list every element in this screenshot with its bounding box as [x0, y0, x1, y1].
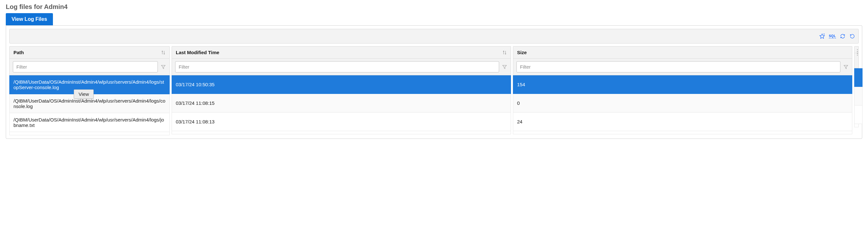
tab-bar: View Log Files [6, 13, 862, 25]
header-size-label: Size [517, 50, 527, 55]
table-row[interactable]: 24 [513, 112, 852, 131]
cell-path: /QIBM/UserData/OS/AdminInst/Admin4/wlp/u… [13, 98, 165, 109]
filter-row-size [513, 58, 852, 75]
filter-input-time[interactable] [175, 61, 499, 72]
table-row[interactable]: 03/17/24 11:08:15 [172, 94, 511, 112]
table-row[interactable]: 03/17/24 10:50:35 [172, 75, 511, 94]
column-path: Path /QIBM/UserData/OS/AdminInst/Admin4/… [9, 46, 170, 135]
row-spacer [854, 124, 859, 127]
row-spacer [172, 131, 511, 134]
svg-marker-0 [819, 34, 825, 38]
gutter-cell [854, 87, 863, 105]
table-row[interactable]: 0 [513, 94, 852, 112]
refresh-icon[interactable] [840, 33, 845, 39]
row-spacer [9, 132, 170, 135]
context-menu[interactable]: View [74, 90, 94, 99]
row-spacer [513, 131, 852, 134]
cell-size: 24 [517, 119, 523, 124]
header-time[interactable]: Last Modified Time [172, 46, 511, 58]
filter-icon[interactable] [843, 64, 849, 70]
gutter-cell [854, 105, 863, 124]
header-time-label: Last Modified Time [176, 50, 219, 55]
svg-marker-4 [503, 65, 506, 69]
sort-icon[interactable] [502, 50, 507, 55]
table-toolbar: SQL [9, 29, 859, 43]
column-time: Last Modified Time 03/17/24 10:50:35 03/… [172, 46, 511, 135]
cell-time: 03/17/24 10:50:35 [176, 82, 215, 87]
sql-button[interactable]: SQL [829, 34, 836, 38]
column-size: Size ⇅ 154 0 24 [513, 46, 852, 135]
column-menu-icon[interactable]: ⋮⋮ [855, 51, 860, 55]
favorite-icon[interactable] [819, 33, 825, 39]
gutter-header: ⋮⋮ [854, 46, 859, 53]
page-title: Log files for Admin4 [6, 3, 862, 10]
filter-input-size[interactable] [517, 61, 840, 72]
cell-size: 0 [517, 100, 520, 106]
context-menu-view[interactable]: View [79, 91, 89, 97]
cell-path: /QIBM/UserData/OS/AdminInst/Admin4/wlp/u… [13, 117, 165, 128]
tab-view-log-files[interactable]: View Log Files [6, 13, 53, 25]
filter-icon[interactable] [160, 64, 166, 70]
column-gutter: ⋮⋮ [854, 46, 859, 135]
table-row[interactable]: /QIBM/UserData/OS/AdminInst/Admin4/wlp/u… [9, 75, 170, 94]
cell-time: 03/17/24 11:08:15 [176, 100, 215, 106]
header-path-label: Path [13, 50, 24, 55]
header-size[interactable]: Size ⇅ [513, 46, 852, 58]
svg-marker-3 [161, 65, 165, 69]
filter-row-path [9, 58, 170, 75]
table-row[interactable]: /QIBM/UserData/OS/AdminInst/Admin4/wlp/u… [9, 113, 170, 132]
table-row[interactable]: 154 [513, 75, 852, 94]
cell-time: 03/17/24 11:08:13 [176, 119, 215, 124]
sort-icon[interactable] [161, 50, 165, 55]
filter-row-time [172, 58, 511, 75]
panel: SQL Path [6, 25, 862, 139]
cell-path: /QIBM/UserData/OS/AdminInst/Admin4/wlp/u… [13, 79, 165, 90]
cell-size: 154 [517, 82, 525, 87]
svg-marker-5 [844, 65, 848, 69]
filter-icon[interactable] [502, 64, 507, 70]
reset-icon[interactable] [849, 33, 855, 39]
gutter-cell [854, 68, 863, 87]
log-table: Path /QIBM/UserData/OS/AdminInst/Admin4/… [9, 46, 859, 135]
filter-input-path[interactable] [13, 61, 158, 72]
header-path[interactable]: Path [9, 46, 170, 58]
table-row[interactable]: 03/17/24 11:08:13 [172, 112, 511, 131]
